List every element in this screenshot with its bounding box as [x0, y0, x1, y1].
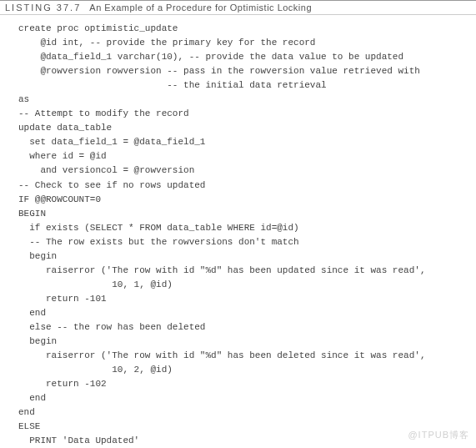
watermark: @ITPUB博客 [408, 429, 469, 441]
listing-header: LISTING 37.7 An Example of a Procedure f… [0, 0, 476, 15]
listing-number: LISTING 37.7 [5, 3, 81, 13]
listing-title: An Example of a Procedure for Optimistic… [89, 3, 312, 13]
code-block: create proc optimistic_update @id int, -… [0, 15, 476, 448]
